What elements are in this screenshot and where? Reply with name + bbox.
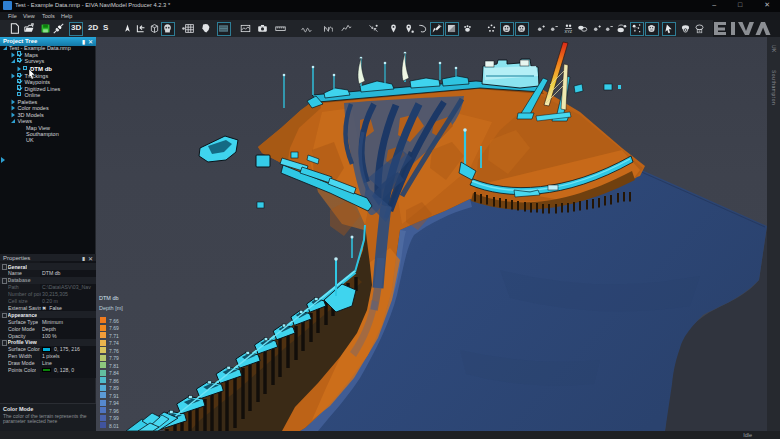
svg-text:XYZ: XYZ — [565, 29, 573, 34]
